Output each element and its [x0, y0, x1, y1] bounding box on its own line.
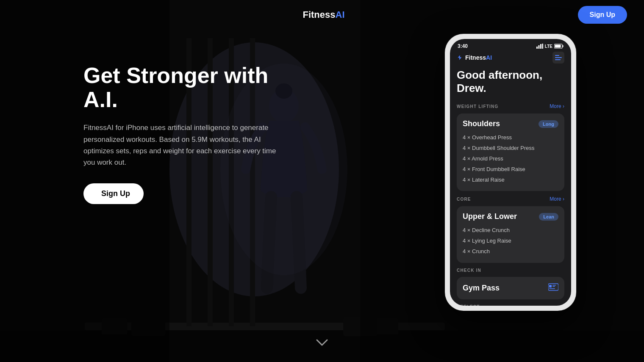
core-workout-card[interactable]: Upper & Lower Lean 4 × Decline Crunch 4 … — [457, 206, 564, 263]
app-brand-name: FitnessAI — [457, 54, 492, 61]
upper-lower-title: Upper & Lower — [463, 212, 517, 221]
hero-title: Get Stronger with A.I. — [83, 64, 288, 112]
status-time: 3:40 — [458, 43, 468, 49]
status-right: LTE — [536, 44, 564, 49]
svg-rect-19 — [540, 44, 541, 49]
reflect-label: REFLECT — [457, 304, 480, 306]
shoulders-card-header: Shoulders Long — [463, 119, 558, 128]
svg-rect-23 — [555, 45, 561, 48]
shoulders-workout-card[interactable]: Shoulders Long 4 × Overhead Press 4 × Du… — [457, 113, 564, 191]
weight-lifting-more[interactable]: More › — [550, 103, 564, 109]
svg-rect-17 — [536, 47, 538, 49]
shoulders-exercise-list: 4 × Overhead Press 4 × Dumbbell Shoulder… — [463, 133, 558, 185]
exercise-item: 4 × Lying Leg Raise — [463, 236, 558, 246]
long-badge: Long — [539, 120, 558, 128]
hero-signup-button[interactable]: Sign Up — [83, 183, 144, 204]
navbar-right: Sign Up — [542, 6, 627, 24]
list-icon — [555, 55, 562, 60]
checkin-section-header: CHECK IN — [457, 268, 564, 273]
battery-icon — [554, 44, 564, 49]
greeting-text: Good afternoon, Drew. — [457, 69, 564, 95]
svg-rect-28 — [549, 285, 552, 287]
shoulders-title: Shoulders — [463, 119, 500, 128]
svg-rect-30 — [552, 286, 555, 287]
hero-signup-label: Sign Up — [101, 189, 130, 198]
weight-lifting-section-header: WEIGHT LIFTING More › — [457, 103, 564, 109]
core-card-header: Upper & Lower Lean — [463, 212, 558, 221]
navbar-brand: FitnessAI — [299, 9, 344, 20]
svg-rect-31 — [549, 288, 555, 289]
app-header: FitnessAI — [457, 52, 564, 64]
gym-pass-icon — [548, 283, 558, 293]
phone-frame: 3:40 LTE — [445, 34, 576, 311]
app-logo-icon — [457, 55, 463, 61]
status-network: LTE — [545, 44, 552, 49]
gym-pass-title: Gym Pass — [463, 284, 500, 293]
svg-rect-25 — [555, 57, 562, 58]
hero-content: Get Stronger with A.I. FitnessAI for iPh… — [0, 30, 288, 204]
svg-rect-29 — [552, 285, 556, 286]
exercise-item: 4 × Lateral Raise — [463, 175, 558, 185]
scroll-indicator — [316, 337, 328, 349]
core-label: CORE — [457, 197, 471, 202]
svg-rect-20 — [542, 44, 543, 49]
svg-rect-26 — [555, 59, 561, 60]
phone-screen: 3:40 LTE — [450, 39, 571, 306]
status-bar: 3:40 LTE — [450, 39, 571, 52]
exercise-item: 4 × Dumbbell Shoulder Press — [463, 143, 558, 154]
hero-description: FitnessAI for iPhone uses artificial int… — [83, 122, 278, 168]
exercise-item: 4 × Decline Crunch — [463, 225, 558, 236]
svg-rect-18 — [538, 45, 539, 49]
nav-signup-button[interactable]: Sign Up — [578, 6, 627, 24]
signal-icon — [536, 44, 543, 49]
checkin-label: CHECK IN — [457, 268, 481, 273]
id-card-icon — [548, 283, 558, 291]
weight-lifting-label: WEIGHT LIFTING — [457, 104, 498, 109]
exercise-item: 4 × Arnold Press — [463, 154, 558, 164]
chevron-down-icon — [316, 338, 328, 347]
svg-rect-22 — [563, 45, 564, 47]
navbar: FitnessAI Sign Up — [0, 0, 644, 30]
exercise-item: 4 × Overhead Press — [463, 133, 558, 143]
lean-badge: Lean — [539, 213, 558, 221]
exercise-item: 4 × Front Dumbbell Raise — [463, 164, 558, 175]
core-section-header: CORE More › — [457, 196, 564, 202]
core-exercise-list: 4 × Decline Crunch 4 × Lying Leg Raise 4… — [463, 225, 558, 257]
menu-icon[interactable] — [552, 52, 564, 64]
reflect-section: REFLECT — [450, 304, 571, 306]
core-more[interactable]: More › — [550, 196, 564, 202]
phone-mockup: 3:40 LTE — [445, 34, 576, 311]
svg-rect-24 — [555, 55, 559, 56]
exercise-item: 4 × Crunch — [463, 246, 558, 257]
gym-pass-card[interactable]: Gym Pass — [457, 277, 564, 299]
app-content: FitnessAI Good afternoon, Drew. WEIGHT L — [450, 52, 571, 304]
brand-name: FitnessAI — [303, 9, 344, 20]
